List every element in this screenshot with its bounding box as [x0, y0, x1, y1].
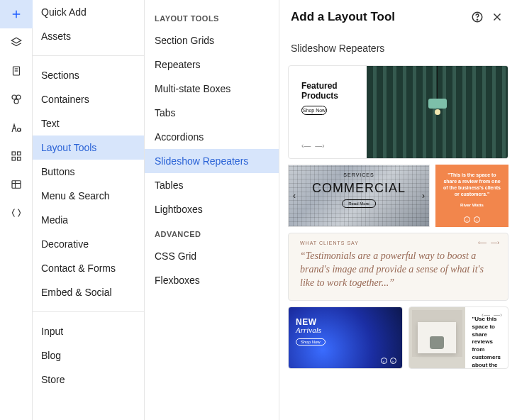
slide-controls: ‹——›: [482, 311, 502, 319]
subcategory-item-tabs[interactable]: Tabs: [145, 101, 279, 125]
quote-author: River Watts: [460, 203, 484, 207]
slide-controls: ‹——›: [478, 239, 499, 246]
svg-point-7: [16, 95, 21, 99]
apps-icon[interactable]: [0, 142, 33, 170]
card-label: WHAT CLIENTS SAY: [300, 241, 496, 245]
separator: [33, 311, 144, 312]
svg-point-9: [17, 128, 21, 132]
code-icon[interactable]: [0, 199, 33, 227]
quote-text: “Testimonials are a powerful way to boos…: [300, 250, 496, 290]
category-item-text[interactable]: Text: [33, 111, 144, 136]
template-gallery: Featured Products Shop Now ‹——› SERVICES…: [279, 60, 517, 420]
category-item-sections[interactable]: Sections: [33, 63, 144, 87]
slide-controls: ‹——›: [301, 142, 367, 150]
subcategory-item-accordions[interactable]: Accordions: [145, 125, 279, 149]
svg-rect-15: [12, 181, 21, 189]
card-image: [367, 66, 508, 158]
card-title: Featured Products: [301, 82, 367, 101]
cms-icon[interactable]: [0, 170, 33, 199]
panel-subtitle: Slideshow Repeaters: [279, 34, 517, 60]
panel-title: Add a Layout Tool: [291, 10, 466, 24]
lamp-graphic: [428, 66, 447, 115]
category-item-containers[interactable]: Containers: [33, 87, 144, 111]
subcategory-item-slideshow-repeaters[interactable]: Slideshow Repeaters: [145, 149, 279, 173]
svg-point-8: [14, 99, 18, 104]
subcategory-item-css-grid[interactable]: CSS Grid: [145, 244, 279, 268]
read-more-button: Read More: [342, 199, 376, 208]
template-commercial[interactable]: SERVICES COMMERCIAL Read More ‹ ›: [288, 165, 430, 227]
chevron-left-icon: ‹: [293, 191, 296, 201]
template-featured-products[interactable]: Featured Products Shop Now ‹——›: [288, 65, 508, 159]
svg-rect-11: [12, 152, 16, 155]
page-icon[interactable]: [0, 57, 33, 85]
slide-controls: ‹›: [381, 358, 396, 364]
shop-now-button: Shop Now: [296, 338, 326, 346]
card-title: COMMERCIAL: [289, 181, 429, 196]
card-text: Featured Products Shop Now ‹——›: [289, 66, 367, 158]
subcategory-item-flexboxes[interactable]: Flexboxes: [145, 268, 279, 292]
theme-icon[interactable]: [0, 85, 33, 114]
kicker: SERVICES: [289, 172, 429, 177]
card-title-2: Arrivals: [296, 326, 395, 334]
add-icon[interactable]: [0, 0, 33, 28]
panel-header: Add a Layout Tool: [279, 0, 517, 34]
card-text: ‹——› "Use this space to share reviews fr…: [465, 307, 508, 368]
layers-icon[interactable]: [0, 28, 33, 57]
category-item-quick-add[interactable]: Quick Add: [33, 0, 144, 24]
svg-rect-12: [17, 152, 21, 155]
help-icon[interactable]: [469, 9, 486, 26]
category-list: Quick AddAssetsSectionsContainersTextLay…: [33, 0, 145, 420]
category-item-media[interactable]: Media: [33, 208, 144, 232]
template-new-arrivals[interactable]: NEW Arrivals Shop Now ‹›: [288, 306, 403, 369]
close-icon[interactable]: [489, 9, 506, 26]
subcategory-item-repeaters[interactable]: Repeaters: [145, 52, 279, 77]
svg-marker-2: [11, 38, 21, 43]
subcategory-item-section-grids[interactable]: Section Grids: [145, 28, 279, 52]
quote-text: "This is the space to share a review fro…: [441, 172, 503, 197]
category-item-input[interactable]: Input: [33, 319, 144, 343]
category-item-layout-tools[interactable]: Layout Tools: [33, 136, 144, 160]
quote-text: "Use this space to share reviews from cu…: [472, 316, 501, 369]
category-item-buttons[interactable]: Buttons: [33, 160, 144, 184]
category-item-store[interactable]: Store: [33, 368, 144, 392]
content-icon[interactable]: [0, 114, 33, 142]
template-review-orange[interactable]: "This is the space to share a review fro…: [435, 165, 508, 227]
add-tool-panel: Add a Layout Tool Slideshow Repeaters Fe…: [279, 0, 517, 420]
svg-rect-13: [12, 158, 16, 161]
svg-point-6: [12, 95, 16, 99]
subcategory-item-lightboxes[interactable]: Lightboxes: [145, 197, 279, 221]
subcategory-list: LAYOUT TOOLSSection GridsRepeatersMulti-…: [145, 0, 279, 420]
chevron-right-icon: ›: [422, 191, 425, 201]
category-item-blog[interactable]: Blog: [33, 343, 144, 368]
slide-controls: ‹›: [464, 216, 480, 223]
subcategory-item-multi-state-boxes[interactable]: Multi-state Boxes: [145, 77, 279, 101]
separator: [33, 55, 144, 56]
left-icon-rail: [0, 0, 33, 420]
shop-now-button: Shop Now: [301, 106, 327, 115]
category-item-assets[interactable]: Assets: [33, 24, 144, 48]
section-heading: LAYOUT TOOLS: [145, 6, 279, 28]
svg-point-19: [477, 19, 477, 20]
svg-rect-14: [17, 158, 21, 161]
template-product-review[interactable]: ‹——› "Use this space to share reviews fr…: [408, 306, 509, 369]
category-item-contact-forms[interactable]: Contact & Forms: [33, 256, 144, 280]
subcategory-item-tables[interactable]: Tables: [145, 173, 279, 197]
section-heading: ADVANCED: [145, 221, 279, 244]
template-testimonial[interactable]: WHAT CLIENTS SAY “Testimonials are a pow…: [288, 233, 508, 301]
category-item-menu-search[interactable]: Menu & Search: [33, 184, 144, 208]
category-item-embed-social[interactable]: Embed & Social: [33, 280, 144, 304]
product-thumb: [409, 307, 465, 368]
category-item-decorative[interactable]: Decorative: [33, 232, 144, 256]
